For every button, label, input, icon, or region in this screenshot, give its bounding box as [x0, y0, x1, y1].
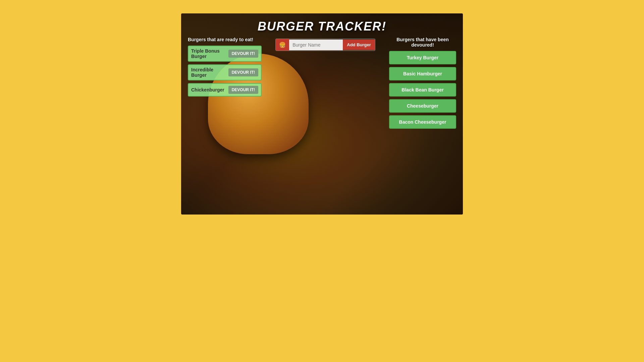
- devoured-burger-item: Cheeseburger: [389, 99, 456, 113]
- ready-burger-item: Triple Bonus BurgerDEVOUR IT!: [188, 46, 262, 62]
- right-column-heading: Burgers that have been devoured!: [389, 37, 456, 48]
- devour-button[interactable]: DEVOUR IT!: [228, 50, 258, 58]
- header: BURGER TRACKER!: [181, 13, 463, 37]
- devour-button[interactable]: DEVOUR IT!: [228, 68, 258, 76]
- center-column: 🍔 Add Burger: [265, 37, 386, 208]
- columns: Burgers that are ready to eat! Triple Bo…: [181, 37, 463, 215]
- ready-burger-name: Incredible Burger: [191, 67, 228, 78]
- ready-burgers-list: Triple Bonus BurgerDEVOUR IT!Incredible …: [188, 46, 262, 99]
- app-title: BURGER TRACKER!: [258, 19, 386, 34]
- left-column: Burgers that are ready to eat! Triple Bo…: [184, 37, 265, 208]
- burger-icon-button[interactable]: 🍔: [276, 39, 289, 51]
- ready-burger-item: Incredible BurgerDEVOUR IT!: [188, 64, 262, 80]
- devoured-burger-item: Black Bean Burger: [389, 83, 456, 97]
- devoured-burger-item: Turkey Burger: [389, 51, 456, 64]
- add-burger-form: 🍔 Add Burger: [275, 39, 375, 51]
- devoured-burger-item: Bacon Cheeseburger: [389, 115, 456, 129]
- devour-button[interactable]: DEVOUR IT!: [228, 86, 258, 94]
- ready-burger-name: Triple Bonus Burger: [191, 48, 228, 59]
- main-container: BURGER TRACKER! Burgers that are ready t…: [181, 13, 463, 215]
- add-burger-button[interactable]: Add Burger: [343, 40, 375, 50]
- left-column-heading: Burgers that are ready to eat!: [188, 37, 262, 42]
- burger-name-input[interactable]: [289, 40, 343, 50]
- right-column: Burgers that have been devoured! Turkey …: [386, 37, 460, 208]
- devoured-burgers-list: Turkey BurgerBasic HamburgerBlack Bean B…: [389, 51, 456, 131]
- ready-burger-name: Chickenburger: [191, 87, 224, 93]
- ready-burger-item: ChickenburgerDEVOUR IT!: [188, 83, 262, 97]
- devoured-burger-item: Basic Hamburger: [389, 67, 456, 80]
- content-layer: BURGER TRACKER! Burgers that are ready t…: [181, 13, 463, 215]
